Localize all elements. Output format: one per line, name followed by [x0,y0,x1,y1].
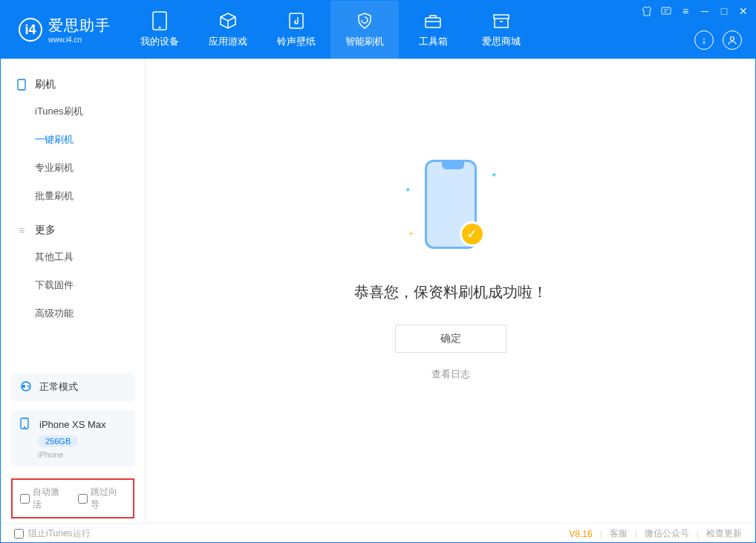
app-name: 爱思助手 [48,17,111,33]
check-update-link[interactable]: 检查更新 [706,527,742,540]
checkbox-skip-guide[interactable]: 跳过向导 [78,486,126,511]
download-icon[interactable]: ↓ [694,30,714,50]
minimize-icon[interactable]: ─ [699,5,711,17]
app-header: i4 爱思助手 www.i4.cn 我的设备 应用游戏 铃声壁纸 智能刷机 工具… [1,1,755,59]
tab-toolbox[interactable]: 工具箱 [399,1,467,59]
mode-label: 正常模式 [39,380,78,394]
app-domain: www.i4.cn [48,36,111,44]
checkbox-input[interactable] [20,494,30,504]
sidebar-item-batch-flash[interactable]: 批量刷机 [1,182,145,210]
checkbox-auto-activate[interactable]: 自动激活 [20,486,68,511]
separator: | [635,529,637,539]
checkbox-label: 自动激活 [33,486,68,511]
sidebar-item-itunes-flash[interactable]: iTunes刷机 [1,97,145,126]
shirt-icon[interactable] [641,5,653,17]
device-type: iPhone [38,450,126,459]
tab-label: 爱思商城 [482,35,521,48]
tab-label: 应用游戏 [209,35,247,48]
checkbox-row-highlighted: 自动激活 跳过向导 [11,478,134,518]
sidebar-item-pro-flash[interactable]: 专业刷机 [1,154,145,182]
device-info-card[interactable]: iPhone XS Max 256GB iPhone [11,410,134,466]
sidebar-item-advanced[interactable]: 高级功能 [1,299,145,328]
svg-point-1 [159,27,161,29]
svg-rect-4 [662,7,671,14]
confirm-button[interactable]: 确定 [395,325,506,353]
svg-point-8 [22,385,25,388]
check-badge-icon: ✓ [460,221,485,247]
sparkle-icon: ✦ [405,186,411,194]
device-icon [150,11,169,30]
svg-point-11 [24,426,25,428]
svg-rect-3 [426,18,440,27]
music-icon [287,11,306,30]
sidebar-section-flash: 刷机 [1,72,145,97]
checkbox-input[interactable] [78,494,88,504]
section-title-text: 更多 [35,224,56,237]
logo-icon: i4 [19,18,42,42]
device-capacity: 256GB [38,435,78,447]
sidebar-item-download-firmware[interactable]: 下载固件 [1,271,145,299]
section-title-text: 刷机 [35,78,56,91]
tab-label: 工具箱 [419,35,448,48]
list-icon: ≡ [16,224,27,236]
menu-icon[interactable]: ≡ [680,5,691,17]
toolbox-icon [423,11,443,30]
checkbox-label: 跳过向导 [91,486,126,511]
svg-point-9 [27,386,29,387]
device-name: iPhone XS Max [39,419,106,430]
tab-flash[interactable]: 智能刷机 [330,1,399,59]
tab-ringtones[interactable]: 铃声壁纸 [262,1,330,59]
tab-my-device[interactable]: 我的设备 [126,1,194,59]
separator: | [600,529,602,539]
app-logo: i4 爱思助手 www.i4.cn [1,16,126,44]
mode-icon [20,380,33,394]
window-controls: ≡ ─ □ ✕ [641,5,749,17]
cube-icon [218,11,238,30]
footer: 阻止iTunes运行 V8.16 | 客服 | 微信公众号 | 检查更新 [1,523,755,543]
view-log-link[interactable]: 查看日志 [431,368,470,381]
tab-label: 智能刷机 [345,35,384,48]
success-illustration: ✦ ✦ + ✓ [399,156,503,260]
close-icon[interactable]: ✕ [737,5,749,17]
tab-apps[interactable]: 应用游戏 [194,1,262,59]
header-right-icons: ↓ [694,30,742,50]
store-icon [492,11,511,30]
phone-icon [16,79,27,91]
success-message: 恭喜您，保资料刷机成功啦！ [354,282,547,302]
main-content: ✦ ✦ + ✓ 恭喜您，保资料刷机成功啦！ 确定 查看日志 [146,59,755,523]
sparkle-icon: + [409,230,414,238]
feedback-icon[interactable] [660,5,672,17]
user-icon[interactable] [723,30,742,50]
device-icon [20,417,33,431]
svg-rect-6 [18,79,25,90]
tab-label: 我的设备 [140,35,179,48]
version-label: V8.16 [569,529,592,539]
separator: | [697,529,699,539]
device-mode-card[interactable]: 正常模式 [11,373,134,401]
sparkle-icon: ✦ [491,171,497,179]
tab-label: 铃声壁纸 [277,35,316,48]
svg-point-5 [731,37,734,41]
sidebar: 刷机 iTunes刷机 一键刷机 专业刷机 批量刷机 ≡ 更多 其他工具 下载固… [1,59,146,523]
tab-store[interactable]: 爱思商城 [467,1,535,59]
sidebar-item-oneclick-flash[interactable]: 一键刷机 [1,126,145,154]
sidebar-item-other-tools[interactable]: 其他工具 [1,243,145,271]
support-link[interactable]: 客服 [610,527,628,540]
block-itunes-label: 阻止iTunes运行 [28,527,91,540]
shield-icon [355,11,374,30]
sidebar-section-more: ≡ 更多 [1,218,145,243]
block-itunes-checkbox[interactable] [14,529,24,539]
wechat-link[interactable]: 微信公众号 [645,527,689,540]
maximize-icon[interactable]: □ [718,5,730,17]
nav-tabs: 我的设备 应用游戏 铃声壁纸 智能刷机 工具箱 爱思商城 [126,1,535,59]
